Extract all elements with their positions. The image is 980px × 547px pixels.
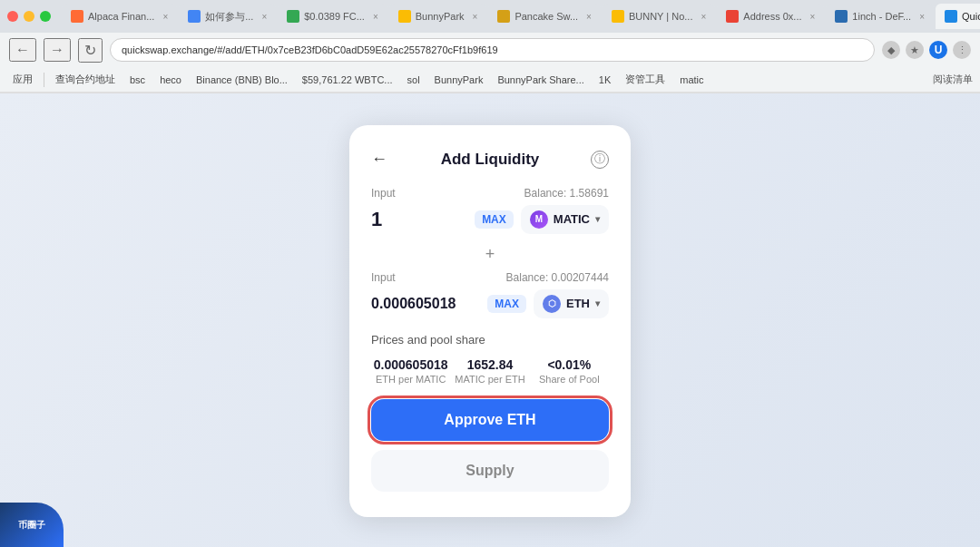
tab-inch[interactable]: 1inch - DeF... × xyxy=(826,4,934,29)
tab-close-alpaca[interactable]: × xyxy=(162,12,168,22)
bookmark-apps[interactable]: 应用 xyxy=(7,71,38,88)
tab-how[interactable]: 如何参与... × xyxy=(179,4,276,29)
tab-bunny[interactable]: BunnyPark × xyxy=(389,4,487,29)
card-header: ← Add Liquidity ⓘ xyxy=(371,151,609,169)
token-name-matic: MATIC xyxy=(554,212,590,226)
window-controls xyxy=(7,11,51,22)
browser-chrome: Alpaca Finan... × 如何参与... × $0.0389 FC..… xyxy=(0,0,980,93)
tab-favicon-alpaca xyxy=(71,10,83,23)
reload-button[interactable]: ↻ xyxy=(78,38,103,63)
bookmark-sol[interactable]: sol xyxy=(402,73,426,87)
input-section-matic: Input Balance: 1.58691 MAX M MATIC ▾ xyxy=(371,187,609,234)
balance-eth: Balance: 0.00207444 xyxy=(506,271,609,284)
input-label-row-matic: Input Balance: 1.58691 xyxy=(371,187,609,200)
bookmark-binance[interactable]: Binance (BNB) Blo... xyxy=(191,73,293,87)
price-label-matic-per-eth: MATIC per ETH xyxy=(450,374,529,385)
tab-favicon-inch xyxy=(835,10,848,23)
bookmark-divider xyxy=(44,73,44,87)
amount-input-matic[interactable] xyxy=(371,208,467,231)
plus-divider: + xyxy=(371,245,609,264)
tab-favicon-pancake xyxy=(497,10,510,23)
chevron-down-icon-eth: ▾ xyxy=(595,298,600,308)
price-value-matic-per-eth: 1652.84 xyxy=(450,357,529,372)
info-button[interactable]: ⓘ xyxy=(591,151,609,169)
input-label-row-eth: Input Balance: 0.00207444 xyxy=(371,271,609,284)
amount-input-eth[interactable] xyxy=(371,296,480,312)
tab-close-bunny2[interactable]: × xyxy=(701,12,706,22)
input-label-matic: Input xyxy=(371,187,396,200)
approve-eth-button[interactable]: Approve ETH xyxy=(371,399,609,441)
tab-favicon-quickswap xyxy=(945,10,957,23)
token-name-eth: ETH xyxy=(566,297,590,310)
tab-close-price[interactable]: × xyxy=(373,12,378,22)
address-bar: ← → ↻ ◆ ★ U ⋮ xyxy=(0,33,980,67)
tab-quickswap[interactable]: QuickSwap × xyxy=(936,4,980,29)
card-title: Add Liquidity xyxy=(441,151,540,169)
bookmark-1k[interactable]: 1K xyxy=(593,73,616,87)
forward-button[interactable]: → xyxy=(44,38,71,62)
profile-icon[interactable]: U xyxy=(929,41,947,59)
price-item-pool-share: <0.01% Share of Pool xyxy=(530,357,609,385)
prices-grid: 0.000605018 ETH per MATIC 1652.84 MATIC … xyxy=(371,357,609,385)
price-value-pool-share: <0.01% xyxy=(530,357,609,372)
bookmark-bunnyshare[interactable]: BunnyPark Share... xyxy=(492,73,589,87)
bookmark-asset-mgmt[interactable]: 资管工具 xyxy=(620,71,671,88)
tab-favicon-bunny2 xyxy=(612,10,624,23)
bookmark-matic[interactable]: matic xyxy=(674,73,709,87)
tab-close-bunny[interactable]: × xyxy=(473,12,478,22)
maximize-dot[interactable] xyxy=(40,11,51,22)
price-item-matic-per-eth: 1652.84 MATIC per ETH xyxy=(450,357,529,385)
bookmark-bunnypark[interactable]: BunnyPark xyxy=(429,73,489,87)
supply-button[interactable]: Supply xyxy=(371,450,609,492)
input-label-eth: Input xyxy=(371,271,396,284)
add-liquidity-card: ← Add Liquidity ⓘ Input Balance: 1.58691… xyxy=(349,125,631,517)
tab-price[interactable]: $0.0389 FC... × xyxy=(278,4,387,29)
back-button[interactable]: ← xyxy=(371,150,387,169)
bookmark-icon[interactable]: ★ xyxy=(906,41,924,59)
price-item-eth-per-matic: 0.000605018 ETH per MATIC xyxy=(371,357,450,385)
tab-close-how[interactable]: × xyxy=(261,12,267,22)
matic-token-icon: M xyxy=(530,210,548,229)
input-row-eth: MAX ⬡ ETH ▾ xyxy=(371,289,609,318)
tab-favicon-how xyxy=(188,10,201,23)
max-button-eth[interactable]: MAX xyxy=(487,295,526,313)
address-input[interactable] xyxy=(110,38,875,62)
tab-favicon-price xyxy=(287,10,299,23)
input-section-eth: Input Balance: 0.00207444 MAX ⬡ ETH ▾ xyxy=(371,271,609,318)
bookmark-wbtc[interactable]: $59,761.22 WBTC... xyxy=(297,73,398,87)
tab-alpaca[interactable]: Alpaca Finan... × xyxy=(62,4,177,29)
prices-section: Prices and pool share 0.000605018 ETH pe… xyxy=(371,333,609,385)
token-select-eth[interactable]: ⬡ ETH ▾ xyxy=(534,289,609,318)
tab-addr[interactable]: Address 0x... × xyxy=(717,4,824,29)
price-label-pool-share: Share of Pool xyxy=(530,374,609,385)
bookmark-heco[interactable]: heco xyxy=(154,73,187,87)
token-select-matic[interactable]: M MATIC ▾ xyxy=(521,205,609,234)
back-button[interactable]: ← xyxy=(9,38,36,62)
max-button-matic[interactable]: MAX xyxy=(475,210,514,229)
bookmark-contract[interactable]: 查询合约地址 xyxy=(50,71,121,88)
balance-matic: Balance: 1.58691 xyxy=(524,187,609,200)
tab-favicon-addr xyxy=(726,10,739,23)
bookmark-bsc[interactable]: bsc xyxy=(124,73,151,87)
price-label-eth-per-matic: ETH per MATIC xyxy=(371,374,450,385)
main-content: ← Add Liquidity ⓘ Input Balance: 1.58691… xyxy=(0,93,980,547)
close-dot[interactable] xyxy=(7,11,18,22)
chevron-down-icon-matic: ▾ xyxy=(595,214,600,224)
browser-action-icons: ◆ ★ U ⋮ xyxy=(882,41,971,59)
tab-close-inch[interactable]: × xyxy=(919,12,925,22)
minimize-dot[interactable] xyxy=(24,11,34,22)
tab-pancake[interactable]: Pancake Sw... × xyxy=(488,4,601,29)
tab-bunny2[interactable]: BUNNY | No... × xyxy=(603,4,715,29)
watermark: 币圈子 xyxy=(0,503,64,547)
tab-bar: Alpaca Finan... × 如何参与... × $0.0389 FC..… xyxy=(0,0,980,33)
reading-list[interactable]: 阅读清单 xyxy=(933,73,973,86)
input-row-matic: MAX M MATIC ▾ xyxy=(371,205,609,234)
watermark-text: 币圈子 xyxy=(18,519,45,532)
extensions-menu[interactable]: ◆ xyxy=(882,41,900,59)
tab-close-addr[interactable]: × xyxy=(810,12,816,22)
tab-close-pancake[interactable]: × xyxy=(586,12,592,22)
prices-title: Prices and pool share xyxy=(371,333,609,347)
eth-token-icon: ⬡ xyxy=(543,295,561,313)
bookmarks-bar: 应用 查询合约地址 bsc heco Binance (BNB) Blo... … xyxy=(0,67,980,93)
more-menu[interactable]: ⋮ xyxy=(953,41,971,59)
